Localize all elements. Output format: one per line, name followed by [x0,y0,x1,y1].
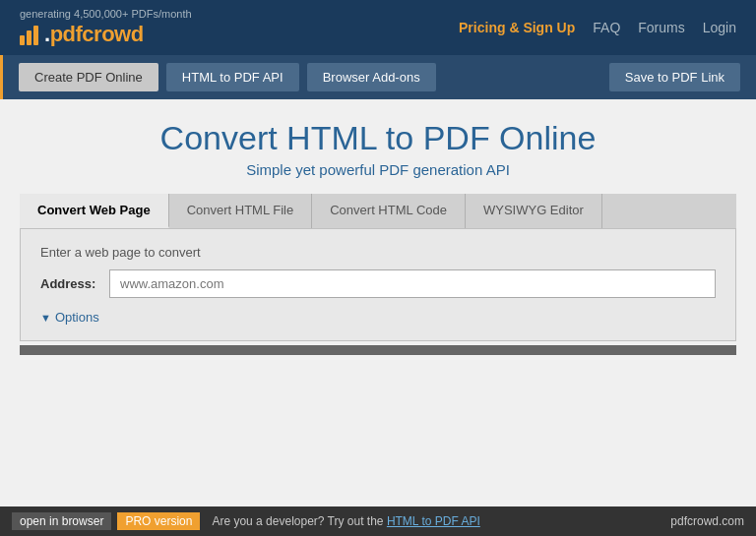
tabs-row: Convert Web Page Convert HTML File Conve… [20,194,736,228]
options-toggle[interactable]: ▼ Options [40,310,716,325]
footer-api-link[interactable]: HTML to PDF API [387,514,480,528]
chevron-down-icon: ▼ [40,312,51,324]
nav-links: Pricing & Sign Up FAQ Forums Login [459,20,736,35]
logo-name: pdfcrowd [50,22,144,46]
form-description: Enter a web page to convert [40,245,716,260]
logo-icon [20,24,38,45]
footer-domain: pdfcrowd.com [670,514,744,528]
bar-icon-1 [20,35,25,45]
tab-convert-web-page[interactable]: Convert Web Page [20,194,169,228]
save-to-pdf-button[interactable]: Save to PDF Link [609,63,740,91]
page-title: Convert HTML to PDF Online [20,119,736,157]
main-content: Convert HTML to PDF Online Simple yet po… [0,99,756,375]
nav-faq[interactable]: FAQ [593,20,620,35]
address-label: Address: [40,276,99,291]
bar-icon-3 [33,26,38,45]
nav-login[interactable]: Login [703,20,736,35]
footer-pro-version[interactable]: PRO version [117,512,200,530]
header: generating 4,500,000+ PDFs/month .pdfcro… [0,0,756,55]
logo-area: generating 4,500,000+ PDFs/month .pdfcro… [20,8,192,47]
logo-tagline: generating 4,500,000+ PDFs/month [20,8,192,20]
toolbar: Create PDF Online HTML to PDF API Browse… [0,55,756,99]
html-to-pdf-api-button[interactable]: HTML to PDF API [166,63,299,91]
tab-wysiwyg-editor[interactable]: WYSIWYG Editor [466,194,602,228]
options-label: Options [55,310,99,325]
logo-text[interactable]: .pdfcrowd [44,22,144,47]
create-pdf-online-button[interactable]: Create PDF Online [19,63,158,91]
nav-pricing[interactable]: Pricing & Sign Up [459,20,575,35]
footer-open-browser[interactable]: open in browser [12,512,111,530]
tab-convert-html-code[interactable]: Convert HTML Code [312,194,466,228]
bar-icon-2 [27,30,32,45]
form-panel: Enter a web page to convert Address: ▼ O… [20,228,736,341]
panel-bottom-bar [20,345,736,355]
logo-row: .pdfcrowd [20,22,192,47]
browser-addons-button[interactable]: Browser Add-ons [307,63,436,91]
address-row: Address: [40,269,716,298]
footer: open in browser PRO version Are you a de… [0,506,756,536]
footer-text-before-link: Are you a developer? Try out the [212,514,386,528]
nav-forums[interactable]: Forums [638,20,684,35]
address-input[interactable] [109,269,716,298]
tab-convert-html-file[interactable]: Convert HTML File [169,194,313,228]
page-subtitle: Simple yet powerful PDF generation API [20,161,736,178]
page-title-area: Convert HTML to PDF Online Simple yet po… [20,119,736,178]
footer-text: Are you a developer? Try out the HTML to… [212,514,670,528]
